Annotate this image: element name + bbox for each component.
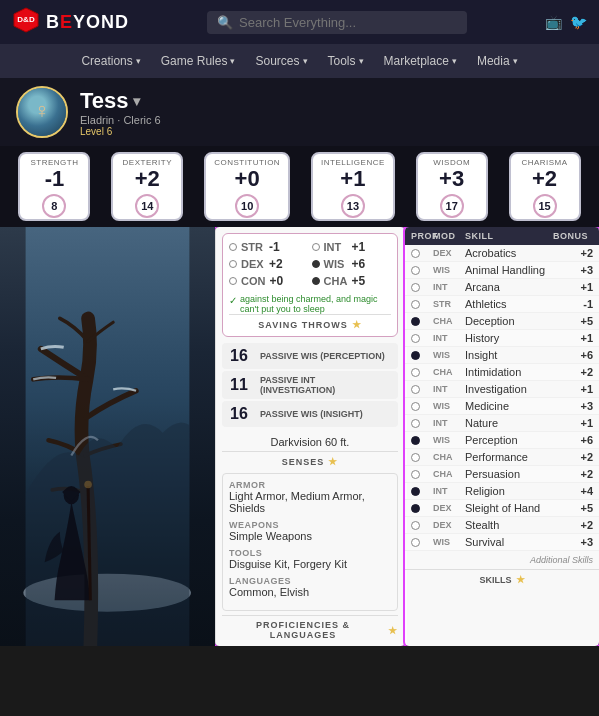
nav-tools-label: Tools (328, 54, 356, 68)
dnd-logo: D&D (12, 6, 40, 38)
stat-constitution[interactable]: CONSTITUTION +0 10 (204, 152, 290, 221)
skill-proficiency-dot (411, 334, 420, 343)
center-panel: STR -1 INT +1 DEX +2 WIS +6 (215, 227, 405, 646)
nav-marketplace-label: Marketplace (384, 54, 449, 68)
stat-strength[interactable]: STRENGTH -1 8 (18, 152, 90, 221)
languages-value: Common, Elvish (229, 586, 391, 598)
armor-category-label: ARMOR (229, 480, 391, 490)
skill-row[interactable]: WIS Perception +6 (405, 432, 599, 449)
save-dex: DEX +2 (229, 257, 309, 271)
stat-intelligence[interactable]: INTELLIGENCE +1 13 (311, 152, 395, 221)
skill-attribute: INT (433, 384, 461, 394)
skill-row[interactable]: CHA Deception +5 (405, 313, 599, 330)
skill-attribute: WIS (433, 265, 461, 275)
skill-row[interactable]: CHA Intimidation +2 (405, 364, 599, 381)
save-str: STR -1 (229, 240, 309, 254)
skill-name: Nature (465, 417, 549, 429)
sources-chevron-icon: ▾ (303, 56, 308, 66)
skill-row[interactable]: INT Arcana +1 (405, 279, 599, 296)
proficiencies-section: ARMOR Light Armor, Medium Armor, Shields… (222, 473, 398, 611)
background-art (0, 227, 215, 646)
skill-bonus: +5 (553, 502, 593, 514)
skill-row[interactable]: WIS Survival +3 (405, 534, 599, 551)
tools-category-label: TOOLS (229, 548, 391, 558)
skill-proficiency-dot (411, 436, 420, 445)
stats-row: STRENGTH -1 8 DEXTERITY +2 14 CONSTITUTI… (0, 146, 599, 227)
skill-bonus: +1 (553, 281, 593, 293)
nav-media[interactable]: Media ▾ (477, 54, 518, 68)
skill-row[interactable]: WIS Insight +6 (405, 347, 599, 364)
skill-name: Intimidation (465, 366, 549, 378)
avatar[interactable] (16, 86, 68, 138)
skill-name: Insight (465, 349, 549, 361)
nav-creations[interactable]: Creations ▾ (81, 54, 140, 68)
skill-row[interactable]: DEX Stealth +2 (405, 517, 599, 534)
creations-chevron-icon: ▾ (136, 56, 141, 66)
skill-proficiency-dot (411, 402, 420, 411)
stat-wisdom[interactable]: WISDOM +3 17 (416, 152, 488, 221)
additional-skills-label: Additional Skills (405, 551, 599, 569)
search-bar[interactable]: 🔍 (207, 11, 467, 34)
skill-proficiency-dot (411, 300, 420, 309)
svg-point-6 (84, 481, 92, 489)
name-dropdown-icon[interactable]: ▾ (133, 93, 140, 109)
skills-list: DEX Acrobatics +2 WIS Animal Handling +3… (405, 245, 599, 551)
skill-row[interactable]: CHA Persuasion +2 (405, 466, 599, 483)
skill-name: Perception (465, 434, 549, 446)
skill-row[interactable]: WIS Medicine +3 (405, 398, 599, 415)
header-mod: MOD (433, 231, 461, 241)
tools-chevron-icon: ▾ (359, 56, 364, 66)
nav-game-rules-label: Game Rules (161, 54, 228, 68)
skill-bonus: +2 (553, 468, 593, 480)
skill-row[interactable]: STR Athletics -1 (405, 296, 599, 313)
skill-bonus: +5 (553, 315, 593, 327)
weapons-value: Simple Weapons (229, 530, 391, 542)
skills-star-icon: ★ (516, 574, 525, 585)
twitter-icon[interactable]: 🐦 (570, 14, 587, 30)
skill-row[interactable]: INT Investigation +1 (405, 381, 599, 398)
nav-marketplace[interactable]: Marketplace ▾ (384, 54, 457, 68)
skill-name: Investigation (465, 383, 549, 395)
skill-row[interactable]: WIS Animal Handling +3 (405, 262, 599, 279)
skill-attribute: CHA (433, 469, 461, 479)
skill-row[interactable]: INT Nature +1 (405, 415, 599, 432)
skill-bonus: +2 (553, 247, 593, 259)
skill-attribute: DEX (433, 503, 461, 513)
skill-bonus: +1 (553, 417, 593, 429)
nav-tools[interactable]: Tools ▾ (328, 54, 364, 68)
skill-row[interactable]: INT Religion +4 (405, 483, 599, 500)
skill-row[interactable]: CHA Performance +2 (405, 449, 599, 466)
search-input[interactable] (239, 15, 457, 30)
skill-row[interactable]: DEX Sleight of Hand +5 (405, 500, 599, 517)
skill-name: Stealth (465, 519, 549, 531)
video-icon[interactable]: 📺 (545, 14, 562, 30)
stat-dexterity[interactable]: DEXTERITY +2 14 (111, 152, 183, 221)
logo[interactable]: D&D BEYOND (12, 6, 129, 38)
header-prof: PROF (411, 231, 429, 241)
skill-attribute: DEX (433, 520, 461, 530)
nav-game-rules[interactable]: Game Rules ▾ (161, 54, 236, 68)
top-navigation: D&D BEYOND 🔍 📺 🐦 (0, 0, 599, 44)
skill-proficiency-dot (411, 249, 420, 258)
stat-charisma[interactable]: CHARISMA +2 15 (509, 152, 581, 221)
skill-proficiency-dot (411, 419, 420, 428)
skill-attribute: CHA (433, 452, 461, 462)
skill-attribute: DEX (433, 248, 461, 258)
nav-media-label: Media (477, 54, 510, 68)
wisdom-score: 17 (440, 194, 464, 218)
nav-sources[interactable]: Sources ▾ (255, 54, 307, 68)
skill-name: Persuasion (465, 468, 549, 480)
skill-row[interactable]: INT History +1 (405, 330, 599, 347)
skill-proficiency-dot (411, 283, 420, 292)
skill-attribute: WIS (433, 350, 461, 360)
media-chevron-icon: ▾ (513, 56, 518, 66)
senses-title: SENSES ★ (222, 451, 398, 467)
skill-proficiency-dot (411, 266, 420, 275)
skill-proficiency-dot (411, 351, 420, 360)
skill-bonus: +1 (553, 332, 593, 344)
skills-title: SKILLS ★ (405, 569, 599, 589)
skill-attribute: INT (433, 418, 461, 428)
skill-name: Animal Handling (465, 264, 549, 276)
skill-bonus: +6 (553, 434, 593, 446)
skill-row[interactable]: DEX Acrobatics +2 (405, 245, 599, 262)
